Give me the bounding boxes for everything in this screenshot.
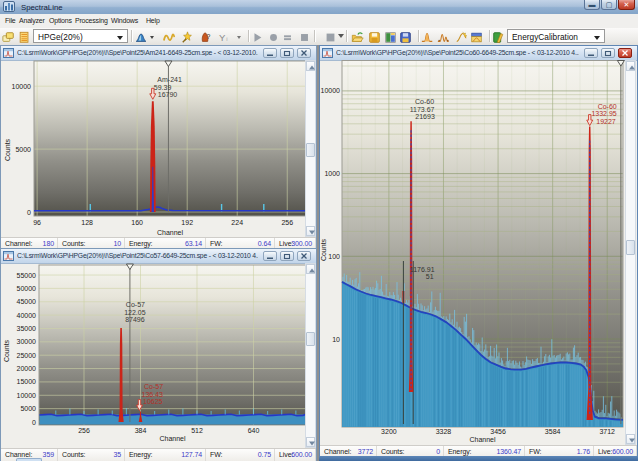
close-icon bbox=[298, 252, 310, 260]
detector-dropdown-icon[interactable] bbox=[135, 30, 148, 43]
app-maximize-button[interactable]: ▢ bbox=[601, 0, 617, 10]
toolbar-separator bbox=[131, 30, 133, 42]
stop-icon[interactable] bbox=[298, 30, 311, 43]
smooth-icon[interactable] bbox=[163, 30, 176, 43]
minimize-icon bbox=[264, 49, 276, 57]
app-icon bbox=[3, 1, 15, 12]
cascade-windows-icon[interactable] bbox=[2, 30, 15, 43]
plot-label: 3328 bbox=[436, 428, 452, 435]
spectrum-plot-am241[interactable]: Am-24159.3916790050001000096128160192224… bbox=[1, 60, 316, 237]
spectra-stack-icon[interactable] bbox=[470, 30, 483, 43]
child-window-titlebar-co57[interactable]: C:\Lsrm\Work\GP\HPGe(20%)\!\Spe\Point25\… bbox=[1, 249, 316, 264]
peak-fit-icon[interactable] bbox=[437, 30, 450, 43]
peak-search-icon[interactable] bbox=[181, 30, 194, 43]
status-segment-counts: Counts:35 bbox=[58, 449, 125, 461]
vertical-scrollbar[interactable] bbox=[625, 60, 636, 445]
menu-file[interactable]: File bbox=[5, 17, 15, 24]
record-icon-graphic bbox=[267, 31, 280, 44]
child-close-button[interactable] bbox=[297, 48, 311, 58]
plot-label: 96 bbox=[33, 219, 41, 226]
plot-label: 256 bbox=[78, 427, 90, 434]
child-close-button[interactable] bbox=[618, 48, 632, 58]
menu-processing[interactable]: Processing bbox=[75, 17, 108, 24]
plot-label: 3584 bbox=[545, 428, 561, 435]
menu-windows[interactable]: Windows bbox=[111, 17, 138, 24]
efficiency-icon[interactable]: Yi bbox=[217, 30, 230, 43]
status-label-fw: FW: bbox=[210, 240, 222, 247]
peak-annotation-energy: 122.05 bbox=[124, 309, 146, 316]
notebook-icon[interactable] bbox=[18, 30, 31, 43]
scroll-thumb[interactable] bbox=[626, 240, 635, 255]
save-icon[interactable] bbox=[368, 30, 381, 43]
child-minimize-button[interactable] bbox=[263, 251, 277, 261]
scroll-up-button[interactable] bbox=[306, 264, 315, 274]
status-value-counts: 10 bbox=[113, 240, 121, 247]
calibration-icon[interactable] bbox=[492, 30, 505, 43]
stop-alt-icon-graphic bbox=[324, 31, 337, 44]
plot-label: Counts bbox=[3, 339, 10, 362]
plot-label: Counts bbox=[4, 138, 11, 161]
child-window-co60: C:\Lsrm\Work\GP\HPGe(20%)\!\Spe\Point25\… bbox=[319, 45, 638, 461]
app-minimize-button[interactable]: ▬ bbox=[584, 0, 600, 10]
menu-analyzer[interactable]: Analyzer bbox=[19, 17, 45, 24]
play-icon[interactable] bbox=[251, 30, 264, 43]
stop-alt-icon[interactable] bbox=[324, 30, 337, 43]
scroll-up-button[interactable] bbox=[306, 61, 315, 71]
scroll-up-icon bbox=[308, 267, 316, 274]
peak-annotation-amplitude: 10625 bbox=[143, 398, 163, 405]
spectrum-plot-co57[interactable]: Co-57122.0587496Co-57136.431062505000100… bbox=[1, 263, 316, 448]
vertical-scrollbar[interactable] bbox=[305, 60, 316, 237]
status-bar-co57: Channel:359Counts:35Energy:127.74FW:0.75… bbox=[1, 448, 316, 461]
plot-label: 640 bbox=[248, 427, 260, 434]
plot-label: 10 bbox=[332, 336, 340, 343]
save-blue-icon[interactable] bbox=[399, 30, 412, 43]
child-restore-button[interactable] bbox=[280, 251, 294, 261]
open-folder-icon[interactable] bbox=[351, 30, 364, 43]
peak-icon[interactable] bbox=[421, 30, 434, 43]
restore-icon bbox=[281, 252, 293, 260]
scroll-down-button[interactable] bbox=[306, 226, 315, 236]
scroll-thumb[interactable] bbox=[306, 332, 315, 346]
menu-help[interactable]: Help bbox=[146, 17, 160, 24]
child-window-titlebar-co60[interactable]: C:\Lsrm\Work\GP\HPGe(20%)\!\Spe\Point25\… bbox=[320, 46, 637, 61]
menu-options[interactable]: Options bbox=[49, 17, 72, 24]
child-minimize-button[interactable] bbox=[584, 48, 598, 58]
record-icon[interactable] bbox=[267, 30, 280, 43]
child-restore-button[interactable] bbox=[280, 48, 294, 58]
report-icon[interactable] bbox=[384, 30, 397, 43]
peak-icon-graphic bbox=[421, 31, 434, 44]
pause-icon[interactable] bbox=[281, 30, 294, 43]
chevron-down-icon[interactable] bbox=[338, 34, 344, 41]
pause-icon-graphic bbox=[281, 31, 294, 44]
app-close-button[interactable]: ✕ bbox=[618, 0, 635, 10]
child-window-co57: C:\Lsrm\Work\GP\HPGe(20%)\!\Spe\Point25\… bbox=[0, 248, 317, 461]
scroll-up-button[interactable] bbox=[626, 61, 635, 71]
status-label-counts: Counts: bbox=[381, 448, 404, 455]
calibration-combobox[interactable]: EnergyCalibration bbox=[507, 29, 605, 43]
chevron-down-icon[interactable] bbox=[591, 31, 603, 41]
app-titlebar[interactable]: SpectraLine ▬ ▢ ✕ bbox=[0, 0, 638, 15]
spectrum-plot-co60[interactable]: Co-601173.67216931176.9151Co-601332.9519… bbox=[320, 60, 637, 445]
scroll-thumb[interactable] bbox=[306, 143, 315, 157]
close-icon bbox=[619, 49, 631, 57]
child-restore-button[interactable] bbox=[601, 48, 615, 58]
identify-icon[interactable]: ? bbox=[199, 30, 212, 43]
child-minimize-button[interactable] bbox=[263, 48, 277, 58]
detector-combobox[interactable]: HPGe(20%) bbox=[33, 29, 128, 43]
chevron-down-icon[interactable] bbox=[150, 36, 154, 41]
child-close-button[interactable] bbox=[297, 251, 311, 261]
chevron-down-icon[interactable] bbox=[114, 31, 126, 41]
status-segment-live: Live:600.00 bbox=[275, 449, 316, 461]
vertical-scrollbar[interactable] bbox=[305, 263, 316, 448]
status-label-channel: Channel: bbox=[5, 240, 32, 247]
status-label-fw: FW: bbox=[210, 451, 222, 458]
child-window-titlebar-am241[interactable]: C:\Lsrm\Work\GP\HPGe(20%)\!\Spe\Point25\… bbox=[1, 46, 316, 61]
smooth-icon-graphic bbox=[163, 31, 176, 44]
chevron-down-icon[interactable] bbox=[237, 36, 241, 41]
peak-area-icon[interactable] bbox=[455, 30, 468, 43]
peak-search-icon-graphic bbox=[181, 31, 194, 44]
minimize-icon bbox=[264, 252, 276, 260]
scroll-down-button[interactable] bbox=[306, 437, 315, 447]
status-value-channel: 180 bbox=[43, 240, 54, 247]
scroll-down-button[interactable] bbox=[626, 434, 635, 444]
